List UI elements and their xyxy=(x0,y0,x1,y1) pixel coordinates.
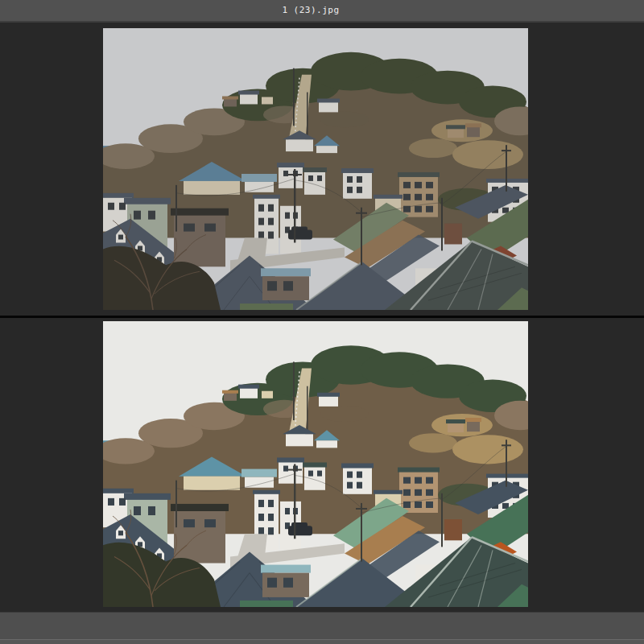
window-title: 1 (23).jpg xyxy=(282,0,339,21)
screen: { "window": { "title": "1 (23).jpg" }, "… xyxy=(0,0,644,644)
window-titlebar[interactable]: 1 (23).jpg xyxy=(0,0,644,23)
statusbar-lower xyxy=(0,639,644,644)
photo-panel-bottom xyxy=(0,318,644,612)
image-viewer-window: 1 (23).jpg xyxy=(0,0,644,644)
photo-top-image[interactable] xyxy=(103,28,528,310)
statusbar xyxy=(0,612,644,644)
viewer-canvas xyxy=(0,23,644,612)
photo-panel-top xyxy=(0,23,644,316)
photo-bottom-image[interactable] xyxy=(103,321,528,607)
